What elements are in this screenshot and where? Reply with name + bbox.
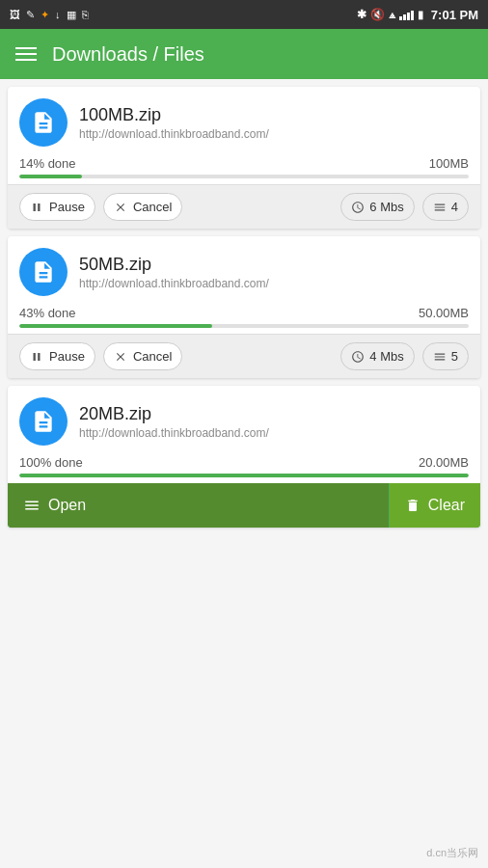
download-card-1: 100MB.zip http://download.thinkbroadband… — [8, 87, 480, 229]
open-button[interactable]: Open — [8, 483, 389, 528]
progress-bar-3 — [19, 474, 469, 477]
mute-icon: 🔇 — [370, 8, 385, 21]
queue-icon-2 — [433, 350, 447, 364]
speed-label-2: 4 Mbs — [369, 349, 403, 364]
file-size-2: 50.00MB — [419, 306, 469, 320]
file-name-1: 100MB.zip — [79, 105, 469, 125]
file-url-3: http://download.thinkbroadband.com/ — [79, 426, 469, 440]
pause-button-2[interactable]: Pause — [19, 342, 95, 370]
speed-badge-1: 6 Mbs — [340, 193, 414, 221]
star-icon: ✦ — [41, 9, 49, 21]
file-url-1: http://download.thinkbroadband.com/ — [79, 127, 469, 141]
document-icon-2 — [31, 259, 56, 285]
file-url-2: http://download.thinkbroadband.com/ — [79, 277, 469, 290]
card-top-2: 50MB.zip http://download.thinkbroadband.… — [8, 236, 480, 304]
action-bar-1: Pause Cancel 6 Mbs 4 — [8, 184, 480, 229]
file-icon-3 — [19, 397, 68, 446]
progress-bar-2 — [19, 324, 469, 328]
cancel-label-1: Cancel — [133, 200, 172, 214]
pause-label-2: Pause — [49, 349, 85, 364]
queue-label-1: 4 — [451, 200, 458, 214]
progress-label-2: 43% done — [19, 306, 76, 320]
wifi-icon: ⟁ — [389, 8, 395, 21]
file-size-3: 20.00MB — [419, 455, 469, 470]
speed-label-1: 6 Mbs — [369, 200, 403, 214]
card-top-1: 100MB.zip http://download.thinkbroadband… — [8, 87, 480, 154]
download-icon: ↓ — [55, 9, 61, 20]
pause-label-1: Pause — [49, 200, 85, 214]
cancel-label-2: Cancel — [133, 349, 172, 364]
cancel-button-2[interactable]: Cancel — [103, 342, 182, 370]
app-bar: Downloads / Files — [0, 29, 488, 79]
content-area: 100MB.zip http://download.thinkbroadband… — [0, 79, 488, 868]
status-bar: 🖼 ✎ ✦ ↓ ▦ ⎘ ✱ 🔇 ⟁ ▮ 7:01 PM — [0, 0, 488, 29]
progress-row-2: 43% done 50.00MB — [8, 304, 480, 324]
file-info-3: 20MB.zip http://download.thinkbroadband.… — [79, 404, 469, 440]
file-name-3: 20MB.zip — [79, 404, 469, 424]
trash-icon — [405, 498, 420, 513]
action-bar-2: Pause Cancel 4 Mbs 5 — [8, 334, 480, 378]
progress-label-1: 14% done — [19, 156, 76, 171]
document-icon-3 — [31, 409, 56, 434]
signal-icon — [399, 9, 414, 20]
file-info-1: 100MB.zip http://download.thinkbroadband… — [79, 105, 469, 141]
gallery-icon: ▦ — [67, 9, 76, 21]
progress-fill-1 — [19, 175, 82, 178]
pause-icon-1 — [30, 201, 43, 214]
time-display: 7:01 PM — [431, 8, 478, 22]
folder-icon: ⎘ — [82, 9, 89, 20]
progress-fill-3 — [19, 474, 469, 477]
progress-label-3: 100% done — [19, 455, 83, 470]
card-top-3: 20MB.zip http://download.thinkbroadband.… — [8, 386, 480, 453]
progress-row-3: 100% done 20.00MB — [8, 453, 480, 474]
pause-icon-2 — [30, 350, 43, 364]
clear-label: Clear — [428, 497, 465, 514]
cancel-icon-2 — [114, 350, 127, 364]
queue-label-2: 5 — [451, 349, 458, 364]
speed-icon-1 — [351, 201, 365, 214]
file-icon-1 — [19, 98, 68, 147]
queue-icon-1 — [433, 201, 447, 214]
watermark: d.cn当乐网 — [426, 846, 478, 860]
speed-badge-2: 4 Mbs — [340, 342, 414, 370]
cancel-icon-1 — [114, 201, 127, 214]
file-size-1: 100MB — [429, 156, 469, 171]
photo-icon: 🖼 — [10, 9, 20, 20]
status-icons-left: 🖼 ✎ ✦ ↓ ▦ ⎘ — [10, 9, 89, 21]
queue-badge-2: 5 — [422, 342, 469, 370]
speed-icon-2 — [351, 350, 365, 364]
battery-icon: ▮ — [418, 9, 423, 21]
progress-bar-1 — [19, 175, 469, 178]
cancel-button-1[interactable]: Cancel — [103, 193, 182, 221]
file-icon-2 — [19, 248, 68, 296]
hamburger-menu-button[interactable] — [15, 47, 37, 61]
queue-badge-1: 4 — [422, 193, 469, 221]
download-card-2: 50MB.zip http://download.thinkbroadband.… — [8, 236, 480, 378]
open-label: Open — [48, 497, 86, 514]
app-bar-title: Downloads / Files — [52, 43, 204, 66]
file-name-2: 50MB.zip — [79, 255, 469, 275]
progress-fill-2 — [19, 324, 212, 328]
pause-button-1[interactable]: Pause — [19, 193, 95, 221]
document-icon-1 — [31, 110, 56, 135]
progress-row-1: 14% done 100MB — [8, 154, 480, 175]
file-info-2: 50MB.zip http://download.thinkbroadband.… — [79, 255, 469, 290]
clear-button[interactable]: Clear — [389, 483, 480, 528]
download-card-3: 20MB.zip http://download.thinkbroadband.… — [8, 386, 480, 528]
edit-icon: ✎ — [26, 9, 35, 21]
completed-action-bar: Open Clear — [8, 483, 480, 528]
open-file-icon — [23, 497, 41, 514]
bluetooth-icon: ✱ — [357, 8, 366, 21]
status-icons-right: ✱ 🔇 ⟁ ▮ 7:01 PM — [357, 8, 478, 22]
